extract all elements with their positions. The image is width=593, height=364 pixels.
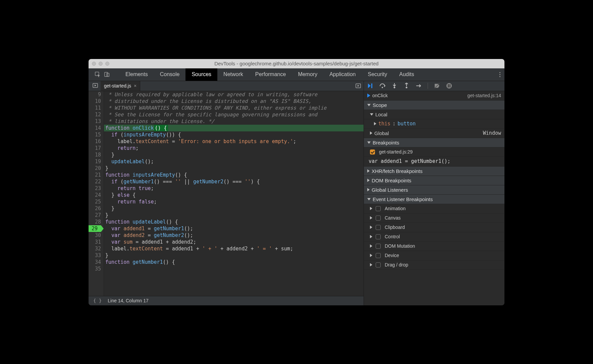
- line-number[interactable]: 31: [89, 239, 101, 245]
- scope-local[interactable]: Local: [364, 110, 504, 119]
- checkbox-icon[interactable]: [376, 206, 381, 211]
- line-number[interactable]: 13: [89, 118, 101, 125]
- event-breakpoints-header[interactable]: Event Listener Breakpoints: [364, 195, 504, 204]
- line-number[interactable]: 14: [89, 125, 101, 131]
- line-number[interactable]: 16: [89, 138, 101, 145]
- code-editor[interactable]: 9101112131415161718192021222324252627282…: [89, 91, 364, 296]
- step-out-button[interactable]: [403, 83, 410, 89]
- event-category[interactable]: Clipboard: [364, 223, 504, 232]
- more-menu[interactable]: [499, 68, 500, 81]
- event-category[interactable]: Animation: [364, 204, 504, 214]
- code-line[interactable]: function inputsAreEmpty() {: [104, 172, 364, 178]
- line-number[interactable]: 35: [89, 265, 101, 272]
- code-line[interactable]: }: [104, 252, 364, 259]
- line-number[interactable]: 20: [89, 165, 101, 172]
- code-line[interactable]: var sum = addend1 + addend2;: [104, 239, 364, 245]
- code-line[interactable]: if (getNumber1() === '' || getNumber2() …: [104, 178, 364, 185]
- line-number[interactable]: 34: [89, 259, 101, 265]
- code-line[interactable]: }: [104, 165, 364, 172]
- code-line[interactable]: }: [104, 205, 364, 212]
- code-line[interactable]: function updateLabel() {: [104, 219, 364, 225]
- line-number[interactable]: 23: [89, 185, 101, 192]
- line-number[interactable]: 32: [89, 245, 101, 252]
- minimize-icon[interactable]: [99, 62, 103, 66]
- line-number[interactable]: 10: [89, 98, 101, 105]
- line-number[interactable]: 21: [89, 172, 101, 178]
- checkbox-icon[interactable]: [376, 262, 381, 267]
- code-line[interactable]: label.textContent = addend1 + ' + ' + ad…: [104, 245, 364, 252]
- event-category[interactable]: Drag / drop: [364, 260, 504, 270]
- line-number[interactable]: 15: [89, 131, 101, 138]
- step-over-button[interactable]: [379, 83, 385, 89]
- code-line[interactable]: return false;: [104, 198, 364, 205]
- resume-button[interactable]: [367, 83, 373, 89]
- panel-tab-security[interactable]: Security: [362, 68, 393, 81]
- code-line[interactable]: * WITHOUT WARRANTIES OR CONDITIONS OF AN…: [104, 105, 364, 111]
- event-category[interactable]: Control: [364, 232, 504, 242]
- line-number[interactable]: 30: [89, 232, 101, 239]
- event-category[interactable]: Device: [364, 251, 504, 260]
- event-category[interactable]: Canvas: [364, 214, 504, 223]
- step-into-button[interactable]: [391, 83, 397, 89]
- device-toggle-icon[interactable]: [104, 71, 110, 77]
- checkbox-icon[interactable]: [376, 216, 381, 221]
- breakpoint-item[interactable]: get-started.js:29: [364, 147, 504, 157]
- line-number[interactable]: 33: [89, 252, 101, 259]
- line-number[interactable]: 17: [89, 145, 101, 151]
- line-number[interactable]: 26: [89, 205, 101, 212]
- code-lines[interactable]: * Unless required by applicable law or a…: [104, 91, 364, 296]
- gutter[interactable]: 9101112131415161718192021222324252627282…: [89, 91, 104, 296]
- panel-tab-elements[interactable]: Elements: [119, 68, 154, 81]
- line-number[interactable]: 28: [89, 219, 101, 225]
- panel-tab-console[interactable]: Console: [154, 68, 186, 81]
- event-category[interactable]: DOM Mutation: [364, 242, 504, 251]
- code-line[interactable]: if (inputsAreEmpty()) {: [104, 131, 364, 138]
- scope-header[interactable]: Scope: [364, 101, 504, 110]
- line-number[interactable]: 11: [89, 105, 101, 111]
- close-tab-icon[interactable]: ×: [134, 83, 137, 88]
- pause-exceptions-button[interactable]: [446, 83, 452, 89]
- code-line[interactable]: return true;: [104, 185, 364, 192]
- step-button[interactable]: [416, 83, 422, 89]
- checkbox-icon[interactable]: [376, 253, 381, 258]
- checkbox-checked-icon[interactable]: [370, 149, 375, 155]
- code-line[interactable]: * See the License for the specific langu…: [104, 111, 364, 118]
- global-listeners-header[interactable]: Global Listeners: [364, 185, 504, 195]
- panel-tab-performance[interactable]: Performance: [249, 68, 292, 81]
- panel-tab-network[interactable]: Network: [217, 68, 249, 81]
- panel-tab-audits[interactable]: Audits: [393, 68, 420, 81]
- code-line[interactable]: } else {: [104, 192, 364, 198]
- show-navigator-icon[interactable]: [91, 83, 101, 89]
- code-line[interactable]: function getNumber1() {: [104, 259, 364, 265]
- code-line[interactable]: function onClick() {: [104, 125, 364, 131]
- line-number[interactable]: 29: [89, 225, 101, 232]
- panel-tab-sources[interactable]: Sources: [185, 68, 217, 81]
- checkbox-icon[interactable]: [376, 234, 381, 239]
- code-line[interactable]: updateLabel();: [104, 158, 364, 165]
- show-debugger-icon[interactable]: [356, 81, 361, 91]
- line-number[interactable]: 12: [89, 111, 101, 118]
- line-number[interactable]: 18: [89, 151, 101, 158]
- dom-breakpoints-header[interactable]: DOM Breakpoints: [364, 176, 504, 185]
- line-number[interactable]: 19: [89, 158, 101, 165]
- inspect-icon[interactable]: [95, 71, 101, 77]
- line-number[interactable]: 24: [89, 192, 101, 198]
- code-line[interactable]: }: [104, 151, 364, 158]
- panel-tab-application[interactable]: Application: [323, 68, 362, 81]
- close-icon[interactable]: [92, 62, 96, 66]
- code-line[interactable]: return;: [104, 145, 364, 151]
- line-number[interactable]: 25: [89, 198, 101, 205]
- scope-this[interactable]: this: button: [364, 119, 504, 129]
- line-number[interactable]: 27: [89, 212, 101, 219]
- code-line[interactable]: * distributed under the License is distr…: [104, 98, 364, 105]
- code-line[interactable]: var addend2 = getNumber2();: [104, 232, 364, 239]
- xhr-breakpoints-header[interactable]: XHR/fetch Breakpoints: [364, 167, 504, 176]
- line-number[interactable]: 22: [89, 178, 101, 185]
- code-line[interactable]: * limitations under the License. */: [104, 118, 364, 125]
- code-line[interactable]: [104, 265, 364, 272]
- callstack-frame[interactable]: onClick get-started.js:14: [364, 91, 504, 101]
- scope-global[interactable]: Global Window: [364, 129, 504, 138]
- pretty-print-icon[interactable]: { }: [93, 298, 102, 303]
- zoom-icon[interactable]: [105, 62, 109, 66]
- code-line[interactable]: label.textContent = 'Error: one or both …: [104, 138, 364, 145]
